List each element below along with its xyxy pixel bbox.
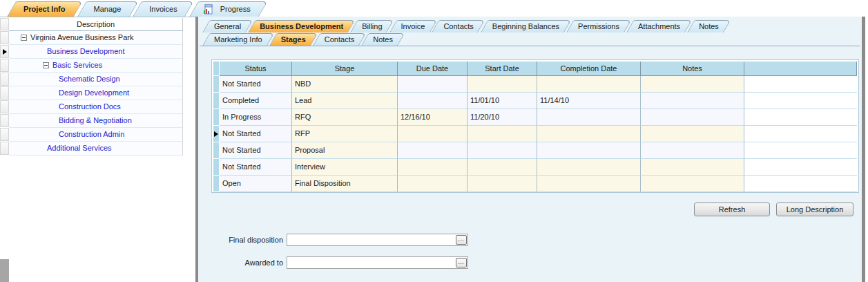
tree-item-virginia-avenue-business-park[interactable]: Virginia Avenue Business Park xyxy=(9,31,182,45)
row-selector-cell[interactable] xyxy=(213,109,220,126)
cell-start-date[interactable] xyxy=(467,142,537,159)
cell-status[interactable]: Not Started xyxy=(220,76,292,93)
cell-completion-date[interactable] xyxy=(537,76,641,93)
refresh-button[interactable]: Refresh xyxy=(694,203,770,216)
long-description-button[interactable]: Long Description xyxy=(776,203,853,216)
cell-stage[interactable]: Proposal xyxy=(292,142,398,159)
final-disposition-input[interactable] xyxy=(288,235,456,245)
gutter-cell[interactable] xyxy=(0,142,9,155)
awarded-to-lookup-button[interactable]: … xyxy=(456,258,467,267)
tree-item-bidding-negotiation[interactable]: Bidding & Negotiation xyxy=(9,114,182,128)
gutter-cell[interactable] xyxy=(0,45,9,58)
tab-progress[interactable]: Progress xyxy=(189,1,259,17)
tab-sub-notes[interactable]: Notes xyxy=(361,33,398,46)
cell-due-date[interactable] xyxy=(398,176,467,192)
cell-notes[interactable] xyxy=(641,176,744,192)
cell-due-date[interactable] xyxy=(398,126,467,142)
gutter-cell[interactable] xyxy=(0,73,9,86)
cell-start-date[interactable]: 11/20/10 xyxy=(467,109,537,126)
tab-marketing-info[interactable]: Marketing Info xyxy=(202,33,267,46)
cell-notes[interactable] xyxy=(641,109,744,126)
tab-manage[interactable]: Manage xyxy=(77,1,130,17)
cell-stage[interactable]: NBD xyxy=(292,76,398,93)
cell-status[interactable]: In Progress xyxy=(220,109,292,126)
tab-attachments[interactable]: Attachments xyxy=(626,20,685,32)
cell-notes[interactable] xyxy=(641,159,744,176)
cell-completion-date[interactable] xyxy=(537,176,641,192)
cell-start-date[interactable]: 11/01/10 xyxy=(467,93,537,109)
vertical-scrollbar[interactable] xyxy=(862,17,865,282)
cell-status[interactable]: Not Started xyxy=(220,159,292,176)
tree-item-basic-services[interactable]: Basic Services xyxy=(9,59,182,73)
tab-permissions[interactable]: Permissions xyxy=(566,20,624,32)
tab-business-development[interactable]: Business Development xyxy=(248,20,348,32)
awarded-to-input[interactable] xyxy=(288,258,456,267)
row-selector-cell[interactable] xyxy=(213,93,220,109)
tab-notes[interactable]: Notes xyxy=(687,20,724,32)
cell-stage[interactable]: Interview xyxy=(292,159,398,176)
cell-due-date[interactable] xyxy=(398,93,467,109)
cell-notes[interactable] xyxy=(641,76,744,93)
cell-stage[interactable]: RFQ xyxy=(292,109,398,126)
gutter-cell[interactable] xyxy=(0,18,9,30)
cell-stage[interactable]: Lead xyxy=(292,93,398,109)
cell-notes[interactable] xyxy=(641,126,744,142)
collapse-minus-icon[interactable] xyxy=(43,62,49,68)
gutter-cell[interactable] xyxy=(0,86,9,100)
cell-due-date[interactable] xyxy=(398,76,467,93)
row-selector-cell[interactable] xyxy=(213,76,220,93)
gutter-cell[interactable] xyxy=(0,128,9,141)
cell-completion-date[interactable] xyxy=(537,109,641,126)
tab-beginning-balances[interactable]: Beginning Balances xyxy=(481,20,564,32)
cell-stage[interactable]: RFP xyxy=(292,126,398,142)
tab-invoices[interactable]: Invoices xyxy=(133,1,185,17)
tab-strip-underline xyxy=(200,46,860,46)
cell-due-date[interactable] xyxy=(398,159,467,176)
cell-status[interactable]: Not Started xyxy=(220,142,292,159)
tree-item-schematic-design[interactable]: Schematic Design xyxy=(9,73,182,86)
tree-item-business-development[interactable]: Business Development xyxy=(9,45,182,59)
cell-completion-date[interactable] xyxy=(537,126,641,142)
row-selector-cell[interactable] xyxy=(213,159,220,176)
gutter-cell[interactable] xyxy=(0,59,9,72)
tree-item-design-development[interactable]: Design Development xyxy=(9,86,182,100)
column-header-filler xyxy=(744,62,857,76)
cell-completion-date[interactable]: 11/14/10 xyxy=(537,93,641,109)
cell-start-date[interactable] xyxy=(467,159,537,176)
cell-notes[interactable] xyxy=(641,142,744,159)
tab-contacts[interactable]: Contacts xyxy=(432,20,478,32)
cell-start-date[interactable] xyxy=(467,76,537,93)
cell-stage[interactable]: Final Disposition xyxy=(292,176,398,192)
cell-completion-date[interactable] xyxy=(537,159,641,176)
tab-project-info[interactable]: Project Info xyxy=(7,1,74,17)
row-selector-cell[interactable] xyxy=(213,176,220,192)
tab-billing[interactable]: Billing xyxy=(350,20,387,32)
row-selector-cell[interactable] xyxy=(213,126,220,142)
cell-completion-date[interactable] xyxy=(537,142,641,159)
cell-status[interactable]: Not Started xyxy=(220,126,292,142)
cell-filler xyxy=(744,109,857,126)
cell-status[interactable]: Completed xyxy=(220,93,292,109)
cell-filler xyxy=(744,159,857,176)
cell-status[interactable]: Open xyxy=(220,176,292,192)
gutter-cell[interactable] xyxy=(0,100,9,113)
tree-item-construction-docs[interactable]: Construction Docs xyxy=(9,100,182,114)
cell-start-date[interactable] xyxy=(467,176,537,192)
tab-general[interactable]: General xyxy=(202,20,246,32)
gutter-cell[interactable] xyxy=(0,114,9,127)
tab-invoice[interactable]: Invoice xyxy=(389,20,430,32)
gutter-cell[interactable] xyxy=(0,31,9,44)
cell-start-date[interactable] xyxy=(467,126,537,142)
tree-item-construction-admin[interactable]: Construction Admin xyxy=(9,128,182,142)
tree-item-additional-services[interactable]: Additional Services xyxy=(9,142,182,156)
cell-notes[interactable] xyxy=(641,93,744,109)
collapse-minus-icon[interactable] xyxy=(21,35,27,41)
tab-stages[interactable]: Stages xyxy=(269,33,311,46)
cell-due-date[interactable]: 12/16/10 xyxy=(398,109,467,126)
tab-label: Permissions xyxy=(566,22,624,30)
final-disposition-lookup-button[interactable]: … xyxy=(456,235,467,245)
row-selector-cell[interactable] xyxy=(213,142,220,159)
tab-sub-contacts[interactable]: Contacts xyxy=(313,33,359,46)
cell-due-date[interactable] xyxy=(398,142,467,159)
tab-label: Notes xyxy=(687,22,724,30)
